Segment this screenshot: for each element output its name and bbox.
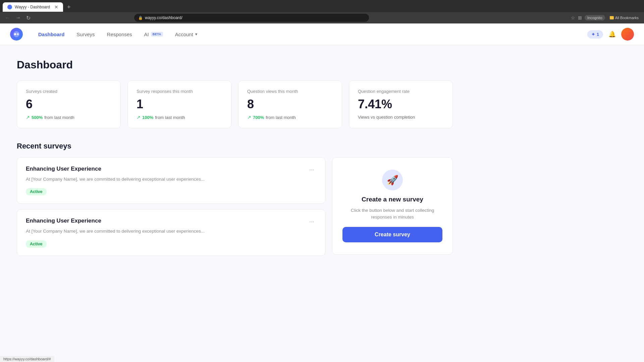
user-avatar[interactable] [621, 28, 634, 41]
stat-label-views: Question views this month [247, 89, 333, 94]
reload-button[interactable]: ↻ [25, 14, 32, 22]
survey-status-badge-0: Active [26, 188, 47, 195]
tab-title: Wayyy - Dashboard [15, 5, 50, 9]
forward-button[interactable]: → [14, 14, 22, 21]
nav-label-dashboard: Dashboard [38, 32, 64, 37]
back-button[interactable]: ← [3, 14, 11, 21]
stat-trend-engagement: Views vs question completion [358, 115, 444, 120]
create-survey-title: Create a new survey [362, 196, 423, 203]
trend-text-2: from last month [266, 115, 296, 120]
trend-up-icon-0: ↗ [26, 115, 30, 120]
stat-card-views: Question views this month 8 ↗ 700% from … [238, 80, 342, 128]
trend-text-1: from last month [155, 115, 185, 120]
stat-label-engagement: Question engagement rate [358, 89, 444, 94]
survey-card-header-0: Enhancing User Experience ··· [26, 166, 316, 174]
browser-toolbar: ← → ↻ 🔒 wayyy.co/dashboard/ ☆ ⊞ Incognit… [0, 12, 644, 23]
page-title: Dashboard [17, 59, 453, 71]
app-navbar: Dashboard Surveys Responses AI BETA Acco… [0, 23, 644, 45]
points-star-icon: ✦ [591, 32, 595, 37]
survey-card-1: Enhancing User Experience ··· At [Your C… [17, 209, 325, 256]
points-badge[interactable]: ✦ 1 [587, 30, 603, 39]
stat-value-engagement: 7.41% [358, 97, 444, 111]
stat-card-surveys-created: Surveys created 6 ↗ 500% from last month [17, 80, 121, 128]
stat-label-responses: Survey responses this month [137, 89, 222, 94]
extension-puzzle-icon[interactable]: ⊞ [578, 15, 582, 20]
tab-close-button[interactable]: ✕ [54, 4, 58, 10]
bookmarks-label: All Bookmarks [615, 16, 639, 20]
recent-surveys-title: Recent surveys [17, 142, 453, 150]
nav-label-responses: Responses [107, 32, 132, 37]
stat-trend-responses: ↗ 100% from last month [137, 115, 222, 120]
nav-link-dashboard[interactable]: Dashboard [33, 29, 70, 40]
trend-text-3: Views vs question completion [358, 115, 415, 120]
trend-percent-1: 100% [142, 115, 153, 120]
trend-percent-0: 500% [32, 115, 43, 120]
browser-actions: ☆ ⊞ Incognito [571, 15, 605, 20]
nav-label-ai: AI [144, 32, 149, 37]
stat-card-engagement: Question engagement rate 7.41% Views vs … [349, 80, 453, 128]
nav-label-surveys: Surveys [76, 32, 95, 37]
tab-favicon [7, 5, 12, 9]
nav-link-ai[interactable]: AI BETA [139, 29, 168, 40]
browser-chrome: Wayyy - Dashboard ✕ + ← → ↻ 🔒 wayyy.co/d… [0, 0, 644, 23]
stat-card-responses: Survey responses this month 1 ↗ 100% fro… [127, 80, 231, 128]
survey-menu-button-0[interactable]: ··· [307, 166, 316, 174]
survey-menu-button-1[interactable]: ··· [307, 218, 316, 226]
bookmarks-bar: All Bookmarks [608, 15, 641, 20]
create-survey-card: 🚀 Create a new survey Click the button b… [332, 157, 453, 255]
points-count: 1 [597, 32, 599, 37]
survey-desc-1: At [Your Company Name], we are committed… [26, 228, 316, 235]
trend-percent-2: 700% [253, 115, 264, 120]
incognito-badge: Incognito [585, 15, 605, 20]
stat-value-surveys-created: 6 [26, 97, 112, 111]
nav-links: Dashboard Surveys Responses AI BETA Acco… [33, 29, 587, 40]
nav-label-account: Account [175, 32, 193, 37]
trend-up-icon-2: ↗ [247, 115, 251, 120]
main-content: Dashboard Surveys created 6 ↗ 500% from … [0, 45, 470, 269]
browser-tabs: Wayyy - Dashboard ✕ + [0, 0, 644, 12]
survey-title-0: Enhancing User Experience [26, 166, 101, 172]
address-text: wayyy.co/dashboard/ [145, 15, 182, 20]
stat-trend-surveys-created: ↗ 500% from last month [26, 115, 112, 120]
bookmark-star-icon[interactable]: ☆ [571, 15, 575, 20]
nav-link-responses[interactable]: Responses [102, 29, 138, 40]
stat-trend-views: ↗ 700% from last month [247, 115, 333, 120]
nav-link-account[interactable]: Account ▾ [170, 29, 203, 40]
ai-beta-badge: BETA [151, 32, 163, 37]
surveys-layout: Enhancing User Experience ··· At [Your C… [17, 157, 453, 256]
survey-card-header-1: Enhancing User Experience ··· [26, 218, 316, 226]
svg-point-2 [17, 33, 19, 35]
survey-title-1: Enhancing User Experience [26, 218, 101, 224]
new-tab-button[interactable]: + [64, 2, 73, 12]
stat-value-responses: 1 [137, 97, 222, 111]
create-survey-desc: Click the button below and start collect… [342, 207, 442, 221]
stat-label-surveys-created: Surveys created [26, 89, 112, 94]
bookmark-folder-icon [610, 16, 614, 19]
trend-up-icon-1: ↗ [137, 115, 141, 120]
survey-card-0: Enhancing User Experience ··· At [Your C… [17, 157, 325, 204]
trend-text-0: from last month [44, 115, 74, 120]
survey-desc-0: At [Your Company Name], we are committed… [26, 176, 316, 183]
survey-cards-list: Enhancing User Experience ··· At [Your C… [17, 157, 325, 256]
survey-status-badge-1: Active [26, 240, 47, 248]
create-survey-icon: 🚀 [382, 170, 403, 190]
lock-icon: 🔒 [138, 16, 143, 20]
account-dropdown-icon: ▾ [195, 32, 197, 37]
svg-point-1 [14, 33, 16, 35]
stat-value-views: 8 [247, 97, 333, 111]
notifications-bell-icon[interactable]: 🔔 [608, 31, 616, 38]
nav-right: ✦ 1 🔔 [587, 28, 634, 41]
app-logo[interactable] [10, 28, 23, 41]
browser-tab-active[interactable]: Wayyy - Dashboard ✕ [3, 2, 63, 12]
nav-link-surveys[interactable]: Surveys [71, 29, 100, 40]
address-bar[interactable]: 🔒 wayyy.co/dashboard/ [134, 14, 369, 22]
create-survey-button[interactable]: Create survey [342, 227, 442, 242]
stats-grid: Surveys created 6 ↗ 500% from last month… [17, 80, 453, 128]
